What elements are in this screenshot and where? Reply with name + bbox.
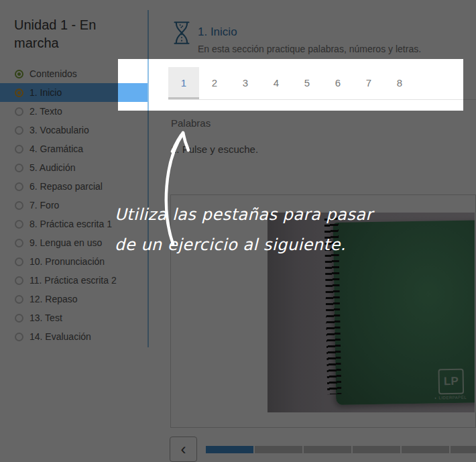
- sidebar-item-label: 4. Gramática: [29, 143, 83, 154]
- status-bullet-icon: [15, 295, 23, 304]
- unit-title: Unidad 1 - En marcha: [14, 16, 131, 52]
- tutorial-arrow-icon: [156, 125, 199, 252]
- notebook-image: LP ◐ LIDERPAPEL: [333, 220, 475, 405]
- sidebar-item[interactable]: 12. Repaso: [0, 290, 147, 308]
- progress-bar: [206, 446, 476, 453]
- status-bullet-icon: [15, 220, 23, 229]
- notebook-logo: LP: [438, 369, 464, 395]
- status-bullet-icon: [15, 145, 23, 154]
- back-button[interactable]: ‹: [170, 437, 197, 462]
- sidebar-item-label: 10. Pronunciación: [29, 256, 105, 267]
- sidebar-item-label: 12. Repaso: [29, 294, 78, 304]
- progress-segment[interactable]: [255, 446, 302, 453]
- sidebar-item-label: 2. Texto: [29, 106, 62, 117]
- sidebar-item-label: 13. Test: [29, 312, 62, 323]
- status-bullet-icon: [15, 107, 23, 116]
- status-bullet-icon: [15, 164, 23, 172]
- tutorial-tip-line2: de un ejercicio al siguiente.: [115, 235, 346, 254]
- sidebar-item-label: 9. Lengua en uso: [29, 237, 102, 248]
- sidebar-item-label: 14. Evaluación: [29, 331, 91, 342]
- progress-segment[interactable]: [304, 446, 351, 453]
- course-player-page: Unidad 1 - En marcha Contenidos 1. Inici…: [0, 0, 476, 462]
- sidebar-item-label: 7. Foro: [29, 200, 59, 211]
- sidebar-item-label: 8. Práctica escrita 1: [29, 219, 112, 229]
- sidebar-item[interactable]: 11. Práctica escrita 2: [0, 271, 147, 290]
- tutorial-tip-line1: Utiliza las pestañas para pasar: [115, 205, 373, 224]
- sidebar-item[interactable]: 6. Repaso parcial: [0, 177, 147, 196]
- progress-segment[interactable]: [402, 446, 449, 453]
- sidebar-item[interactable]: 3. Vocabulario: [0, 121, 147, 139]
- sidebar-item[interactable]: 10. Pronunciación: [0, 252, 147, 271]
- status-bullet-icon: [15, 333, 23, 341]
- tutorial-spotlight-overlay[interactable]: [118, 59, 463, 111]
- status-bullet-icon: [15, 182, 23, 191]
- section-subtitle: En esta sección practique palabras, núme…: [198, 44, 421, 54]
- status-bullet-icon: [15, 89, 23, 97]
- status-bullet-icon: [15, 314, 23, 323]
- section-title: 1. Inicio: [198, 25, 237, 39]
- status-bullet-icon: [15, 70, 23, 78]
- status-bullet-icon: [15, 126, 23, 135]
- progress-segment[interactable]: [451, 446, 476, 453]
- sidebar-item[interactable]: 13. Test: [0, 308, 147, 327]
- progress-segment[interactable]: [353, 446, 400, 453]
- sidebar-item[interactable]: 5. Audición: [0, 158, 147, 177]
- sidebar-item-label: 11. Práctica escrita 2: [29, 275, 117, 286]
- sidebar-item-label: 6. Repaso parcial: [29, 181, 103, 192]
- status-bullet-icon: [15, 201, 23, 210]
- sidebar-item-label: 1. Inicio: [29, 87, 62, 98]
- back-icon: ‹: [181, 440, 186, 458]
- status-bullet-icon: [15, 239, 23, 247]
- sidebar-item-label: Contenidos: [29, 68, 77, 79]
- progress-segment[interactable]: [206, 446, 253, 453]
- status-bullet-icon: [15, 276, 23, 285]
- sidebar-item-label: 5. Audición: [29, 162, 76, 173]
- hourglass-icon: [172, 21, 191, 45]
- notebook-brand: ◐ LIDERPAPEL: [434, 396, 467, 400]
- status-bullet-icon: [15, 257, 23, 266]
- sidebar-item-label: 3. Vocabulario: [29, 125, 89, 135]
- sidebar-item[interactable]: 14. Evaluación: [0, 327, 147, 346]
- sidebar-item[interactable]: 4. Gramática: [0, 139, 147, 158]
